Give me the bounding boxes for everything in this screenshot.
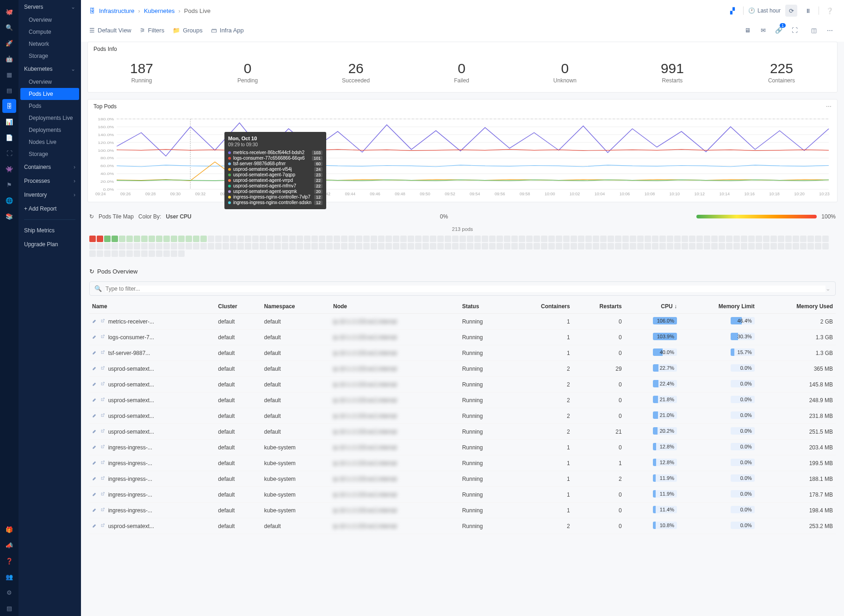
tile[interactable]: [126, 250, 133, 257]
tile[interactable]: [156, 243, 162, 249]
tile[interactable]: [756, 236, 762, 242]
chevron-down-icon[interactable]: ⌄: [825, 285, 831, 292]
colorby-value[interactable]: User CPU: [166, 213, 191, 220]
sidebar-item-storage[interactable]: Storage: [19, 148, 81, 160]
tile[interactable]: [571, 243, 577, 249]
filters-button[interactable]: ⚞ Filters: [140, 27, 164, 34]
tile[interactable]: [704, 243, 710, 249]
tile[interactable]: [171, 236, 177, 242]
tile[interactable]: [252, 243, 259, 249]
tile[interactable]: [104, 243, 111, 249]
rocket-icon[interactable]: 🚀: [2, 36, 16, 50]
tile[interactable]: [615, 236, 621, 242]
sidebar-item-overview[interactable]: Overview: [19, 14, 81, 26]
more-icon[interactable]: ⋯: [824, 24, 836, 36]
tile[interactable]: [237, 236, 244, 242]
sidebar-section-containers[interactable]: Containers: [19, 160, 81, 174]
tile[interactable]: [585, 236, 592, 242]
tile[interactable]: [748, 243, 755, 249]
edit-icon[interactable]: [92, 381, 97, 386]
tile[interactable]: [385, 236, 392, 242]
row-actions[interactable]: [92, 460, 105, 465]
tile[interactable]: [437, 243, 444, 249]
tile[interactable]: [674, 243, 681, 249]
focus-icon[interactable]: ⛶: [2, 146, 16, 160]
row-actions[interactable]: [92, 366, 105, 371]
row-actions[interactable]: [92, 381, 105, 386]
col-containers[interactable]: Containers: [508, 299, 572, 314]
sidebar-item-storage[interactable]: Storage: [19, 50, 81, 62]
mail-icon[interactable]: ✉: [757, 24, 769, 36]
tile[interactable]: [541, 243, 547, 249]
tile[interactable]: [112, 250, 118, 257]
tile[interactable]: [385, 243, 392, 249]
tile[interactable]: [237, 243, 244, 249]
tile[interactable]: [763, 243, 770, 249]
sidebar-item-deployments-live[interactable]: Deployments Live: [19, 112, 81, 124]
tile[interactable]: [252, 236, 259, 242]
tile[interactable]: [770, 236, 777, 242]
edit-icon[interactable]: [92, 366, 97, 371]
tile[interactable]: [452, 243, 459, 249]
row-actions[interactable]: [92, 397, 105, 402]
tile[interactable]: [445, 243, 451, 249]
col-namespace[interactable]: Namespace: [261, 299, 330, 314]
tile[interactable]: [793, 236, 799, 242]
apps-icon[interactable]: ▦: [2, 68, 16, 81]
tile[interactable]: [659, 236, 666, 242]
tile[interactable]: [126, 243, 133, 249]
tile[interactable]: [186, 243, 192, 249]
open-icon[interactable]: [100, 334, 105, 339]
tile[interactable]: [149, 243, 155, 249]
tile[interactable]: [141, 236, 148, 242]
tile[interactable]: [630, 236, 636, 242]
tile[interactable]: [112, 236, 118, 242]
tile[interactable]: [230, 236, 236, 242]
tile[interactable]: [563, 243, 570, 249]
tile[interactable]: [430, 236, 436, 242]
tile[interactable]: [311, 243, 318, 249]
tile[interactable]: [689, 236, 695, 242]
tile[interactable]: [696, 236, 703, 242]
tile[interactable]: [459, 236, 466, 242]
sidebar-section-processes[interactable]: Processes: [19, 174, 81, 188]
tile[interactable]: [467, 243, 473, 249]
sidebar-link-upgrade-plan[interactable]: Upgrade Plan: [19, 237, 81, 251]
default-view-button[interactable]: ☰ Default View: [89, 27, 131, 34]
tile[interactable]: [719, 243, 725, 249]
tile[interactable]: [534, 236, 540, 242]
chart-icon[interactable]: 📊: [2, 115, 16, 129]
refresh-small-icon[interactable]: ↻: [89, 268, 94, 275]
tile[interactable]: [615, 243, 621, 249]
col-memory-used[interactable]: Memory Used: [757, 299, 836, 314]
sidebar-item-network[interactable]: Network: [19, 38, 81, 50]
tile[interactable]: [756, 243, 762, 249]
tile[interactable]: [645, 236, 651, 242]
sidebar-section-inventory[interactable]: Inventory: [19, 188, 81, 202]
tile[interactable]: [437, 236, 444, 242]
edit-icon[interactable]: [92, 523, 97, 528]
edit-icon[interactable]: [92, 350, 97, 355]
tile[interactable]: [548, 236, 555, 242]
table-row[interactable]: tsf-server-9887...defaultdefaultip-10-1-…: [89, 345, 836, 361]
tile[interactable]: [163, 243, 170, 249]
tilemap-grid[interactable]: [81, 234, 844, 263]
tile[interactable]: [304, 243, 310, 249]
edit-icon[interactable]: [92, 413, 97, 418]
grid-icon[interactable]: ▤: [2, 83, 16, 97]
card-more-icon[interactable]: ⋯: [826, 103, 832, 110]
tile[interactable]: [260, 243, 266, 249]
tile[interactable]: [208, 243, 214, 249]
row-actions[interactable]: [92, 350, 105, 355]
tile[interactable]: [267, 243, 273, 249]
table-row[interactable]: usprod-sematext...defaultdefaultip-10-1-…: [89, 408, 836, 424]
tile[interactable]: [807, 243, 814, 249]
edit-icon[interactable]: [92, 334, 97, 339]
help-icon[interactable]: ❓: [2, 554, 16, 568]
tile[interactable]: [297, 243, 303, 249]
tile[interactable]: [267, 236, 273, 242]
infra-icon[interactable]: 🗄: [2, 99, 16, 113]
people-icon[interactable]: 👥: [2, 570, 16, 584]
tile[interactable]: [815, 236, 821, 242]
row-actions[interactable]: [92, 413, 105, 418]
